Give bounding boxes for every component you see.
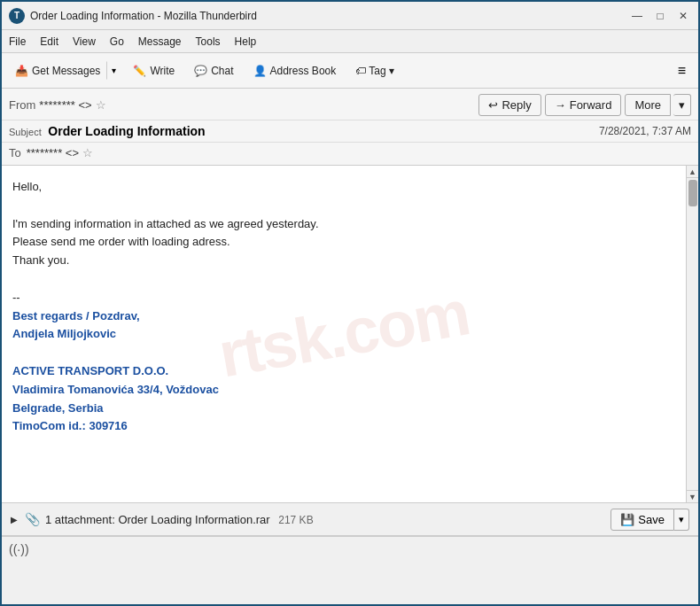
reply-label: Reply: [502, 98, 531, 112]
email-content: Hello, I'm sending information in attach…: [12, 178, 675, 436]
company-address1: Vladimira Tomanovića 33/4, Voždovac: [12, 381, 675, 400]
menu-help[interactable]: Help: [235, 35, 257, 48]
write-icon: ✏️: [133, 65, 146, 77]
app-icon: T: [9, 8, 25, 24]
header-subject-row: Subject Order Loading Information 7/28/2…: [2, 120, 698, 143]
timocom-id: TimoCom id.: 309716: [12, 417, 675, 436]
reply-icon: ↩: [488, 98, 498, 112]
window-title: Order Loading Information - Mozilla Thun…: [30, 10, 629, 22]
statusbar: ((·)): [2, 536, 698, 561]
menu-tools[interactable]: Tools: [196, 35, 221, 48]
menu-file[interactable]: File: [9, 35, 26, 48]
get-messages-label: Get Messages: [32, 65, 100, 77]
subject-label: Subject: [9, 127, 42, 137]
scrollbar[interactable]: ▲ ▼: [686, 166, 698, 502]
attachment-text: 1 attachment: Order Loading Information.…: [45, 513, 314, 526]
window-controls: — □ ✕: [629, 8, 691, 24]
write-button[interactable]: ✏️ Write: [125, 60, 183, 82]
more-button[interactable]: More: [625, 94, 671, 116]
address-book-button[interactable]: 👤 Address Book: [245, 60, 345, 82]
email-date: 7/28/2021, 7:37 AM: [599, 125, 691, 137]
attachment-icon: 📎: [25, 512, 40, 526]
forward-label: Forward: [570, 98, 612, 112]
chat-icon: 💬: [194, 65, 207, 77]
address-book-icon: 👤: [253, 65, 267, 77]
header-actions: ↩ Reply → Forward More ▾: [478, 94, 691, 116]
tag-caret-icon: ▾: [389, 65, 394, 77]
to-value: ******** <> ☆: [27, 146, 93, 159]
menu-edit[interactable]: Edit: [40, 35, 58, 48]
header-from-row: From ******** <> ☆ ↩ Reply → Forward Mor…: [2, 89, 698, 120]
to-address: ******** <>: [27, 146, 79, 159]
forward-icon: →: [555, 98, 566, 112]
save-button[interactable]: 💾 Save: [611, 509, 674, 531]
star-icon[interactable]: ☆: [96, 98, 106, 112]
maximize-button[interactable]: □: [652, 8, 668, 24]
save-dropdown-arrow[interactable]: ▾: [674, 509, 689, 531]
scroll-up-arrow[interactable]: ▲: [687, 166, 699, 178]
menu-view[interactable]: View: [73, 35, 96, 48]
more-dropdown-arrow[interactable]: ▾: [673, 94, 691, 116]
from-label: From: [9, 98, 35, 112]
save-button-group: 💾 Save ▾: [611, 509, 689, 531]
get-messages-icon: 📥: [15, 65, 28, 77]
subject-field: Subject Order Loading Information: [9, 124, 206, 138]
email-headers: From ******** <> ☆ ↩ Reply → Forward Mor…: [2, 89, 698, 166]
scroll-down-arrow[interactable]: ▼: [687, 490, 699, 502]
tag-label: Tag: [369, 65, 385, 77]
reply-button[interactable]: ↩ Reply: [478, 94, 541, 116]
more-label: More: [634, 98, 661, 112]
scroll-thumb[interactable]: [688, 180, 697, 206]
company-address2: Belgrade, Serbia: [12, 400, 675, 418]
email-body-container: rtsk.com Hello, I'm sending information …: [2, 166, 698, 502]
signature-separator: --: [12, 289, 675, 307]
header-to-row: To ******** <> ☆: [2, 143, 698, 165]
to-label: To: [9, 146, 21, 159]
hamburger-menu-button[interactable]: ≡: [673, 59, 691, 82]
get-messages-button[interactable]: 📥 Get Messages: [9, 60, 106, 82]
attachment-count-text: 1 attachment: Order Loading Information.…: [45, 513, 270, 526]
close-button[interactable]: ✕: [675, 8, 691, 24]
from-value: ******** <>: [39, 98, 91, 112]
save-icon: 💾: [620, 513, 634, 526]
menu-go[interactable]: Go: [110, 35, 124, 48]
get-messages-group: 📥 Get Messages ▾: [9, 60, 121, 82]
to-star-icon[interactable]: ☆: [82, 146, 93, 159]
chat-label: Chat: [211, 65, 233, 77]
body-paragraph3: Thank you.: [12, 252, 675, 270]
menubar: File Edit View Go Message Tools Help: [2, 30, 698, 53]
menu-message[interactable]: Message: [138, 35, 182, 48]
attachment-size: 217 KB: [278, 514, 313, 526]
signature-name: Best regards / Pozdrav,: [12, 307, 675, 326]
save-label: Save: [638, 513, 665, 526]
get-messages-dropdown-arrow[interactable]: ▾: [106, 61, 121, 80]
email-body: rtsk.com Hello, I'm sending information …: [2, 166, 686, 502]
subject-value: Order Loading Information: [48, 124, 205, 138]
body-paragraph2: Please send me order with loading adress…: [12, 233, 675, 252]
address-book-label: Address Book: [270, 65, 337, 77]
signature-person: Andjela Miljojkovic: [12, 325, 675, 344]
minimize-button[interactable]: —: [629, 8, 645, 24]
forward-button[interactable]: → Forward: [545, 94, 622, 116]
greeting: Hello,: [12, 178, 675, 197]
tag-button[interactable]: 🏷 Tag ▾: [347, 60, 401, 82]
body-paragraph1: I'm sending information in attached as w…: [12, 215, 675, 234]
signal-icon: ((·)): [9, 542, 29, 556]
tag-icon: 🏷: [355, 65, 366, 77]
from-field: From ******** <> ☆: [9, 98, 478, 112]
write-label: Write: [150, 65, 175, 77]
toolbar: 📥 Get Messages ▾ ✏️ Write 💬 Chat 👤 Addre…: [2, 53, 698, 89]
attachment-bar: ▶ 📎 1 attachment: Order Loading Informat…: [2, 502, 698, 536]
attachment-expand-button[interactable]: ▶: [11, 515, 18, 524]
company-name: ACTIVE TRANSPORT D.O.O.: [12, 362, 675, 381]
titlebar: T Order Loading Information - Mozilla Th…: [2, 2, 698, 30]
chat-button[interactable]: 💬 Chat: [186, 60, 241, 82]
